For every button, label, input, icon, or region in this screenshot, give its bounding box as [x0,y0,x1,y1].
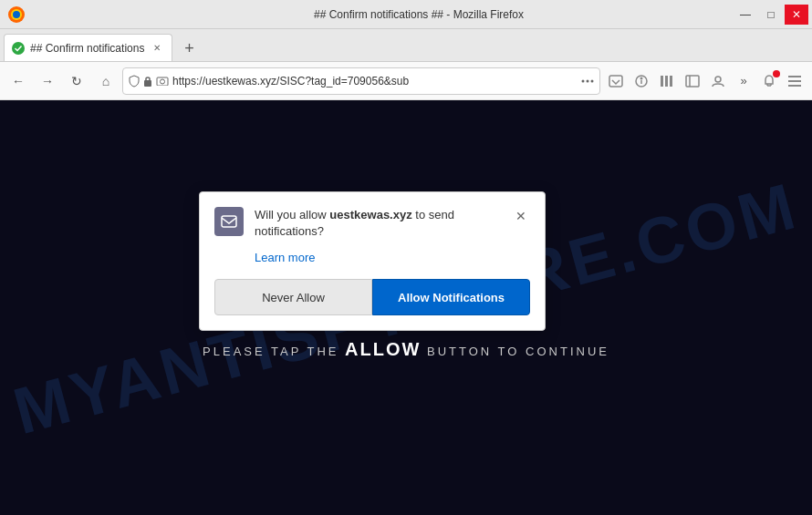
allow-word: ALLOW [345,339,421,359]
tab-favicon [12,42,25,55]
please-tap-prefix: PLEASE TAP THE [203,345,345,358]
back-button[interactable]: ← [5,68,31,94]
browser-window: ## Confirm notifications ## - Mozilla Fi… [0,0,812,515]
webpage: MYANTISPYWARE.COM LOADING PLEASE TAP THE… [0,100,812,515]
menu-button[interactable] [783,69,807,93]
popup-close-button[interactable]: ✕ [512,207,530,225]
tab-title: ## Confirm notifications [30,42,144,55]
svg-point-19 [715,77,721,82]
nav-bar: ← → ↻ ⌂ https://uestkewas.xyz/SISC?tag_i… [0,62,812,100]
notification-button[interactable] [757,69,781,93]
firefox-icon [7,5,26,24]
security-icon [129,75,140,88]
pocket-button[interactable] [604,69,628,93]
new-tab-button[interactable]: + [176,36,202,61]
sidebar-button[interactable] [681,69,704,93]
forward-button[interactable]: → [35,68,60,94]
allow-notifications-button[interactable]: Allow Notifications [372,279,530,315]
svg-point-2 [13,11,20,18]
lock-icon [143,76,152,87]
popup-notification-icon [214,207,244,236]
svg-point-6 [161,79,165,84]
popup-header: Will you allow uestkewas.xyz to send not… [214,207,530,240]
popup-buttons: Never Allow Allow Notifications [214,279,530,315]
window-title: ## Confirm notifications ## - Mozilla Fi… [33,8,805,21]
svg-rect-17 [686,76,699,87]
sync-button[interactable] [630,69,653,93]
active-tab[interactable]: ## Confirm notifications ✕ [4,34,172,61]
learn-more-link[interactable]: Learn more [255,251,530,264]
more-icon [581,77,594,86]
account-button[interactable] [706,69,730,93]
notification-popup: Will you allow uestkewas.xyz to send not… [199,191,546,331]
svg-rect-16 [670,76,672,87]
svg-rect-10 [609,76,622,87]
svg-point-8 [587,79,589,82]
svg-rect-4 [144,80,151,87]
svg-rect-5 [157,77,168,86]
library-button[interactable] [655,69,679,93]
reload-button[interactable]: ↻ [64,68,89,94]
maximize-button[interactable]: □ [759,5,783,25]
never-allow-button[interactable]: Never Allow [214,279,372,315]
home-button[interactable]: ⌂ [93,68,119,94]
svg-rect-15 [665,76,668,87]
tab-bar: ## Confirm notifications ✕ + [0,29,812,62]
please-tap-suffix: BUTTON TO CONTINUE [421,345,609,358]
svg-rect-14 [661,76,663,87]
svg-point-7 [582,79,585,82]
close-button[interactable]: ✕ [785,5,808,25]
popup-message-prefix: Will you allow [255,208,329,221]
minimize-button[interactable]: — [734,5,757,25]
svg-point-9 [591,79,594,82]
nav-right-icons: » [604,69,807,93]
popup-message: Will you allow uestkewas.xyz to send not… [255,207,501,240]
camera-permissions-icon [156,76,169,86]
address-bar[interactable]: https://uestkewas.xyz/SISC?tag_id=709056… [122,67,600,95]
window-controls: — □ ✕ [734,5,808,25]
address-text: https://uestkewas.xyz/SISC?tag_id=709056… [172,75,578,88]
svg-rect-26 [222,216,236,227]
svg-point-3 [12,42,25,55]
popup-domain: uestkewas.xyz [329,208,411,221]
svg-point-12 [640,77,643,79]
notification-badge [773,70,780,77]
title-bar: ## Confirm notifications ## - Mozilla Fi… [0,0,812,29]
please-tap-text: PLEASE TAP THE ALLOW BUTTON TO CONTINUE [203,339,609,360]
toolbar-more-button[interactable]: » [732,69,755,93]
tab-close-button[interactable]: ✕ [150,41,164,56]
